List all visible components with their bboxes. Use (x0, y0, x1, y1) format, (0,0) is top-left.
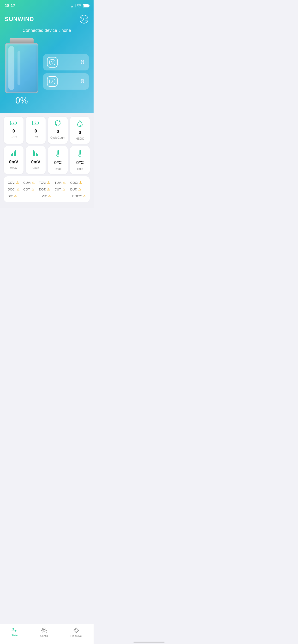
alert-vd: VD: ⚠ (34, 194, 60, 198)
alert-tuv-icon: ⚠ (63, 181, 66, 184)
volt-icon-box: V (47, 57, 58, 68)
vmax-label: Vmax (10, 166, 18, 170)
cyclecount-label: CycleCount (50, 136, 65, 140)
drop-icon (77, 120, 83, 128)
battery-body-3d (5, 43, 38, 93)
refresh-button[interactable] (79, 14, 89, 24)
hero-content: 0% V 0 (0, 38, 94, 106)
alert-cuv-label: CUV: (23, 181, 31, 184)
charging-icon (32, 120, 39, 127)
alert-tov: TOV: ⚠ (39, 181, 54, 184)
hsoc-value: 0 (79, 130, 81, 135)
alert-cov-label: COV: (8, 181, 15, 184)
tmax-value: 0℃ (54, 160, 61, 165)
tmin-icon (77, 150, 83, 158)
fcc-label: FCC (11, 136, 17, 139)
battery-3d-display (5, 38, 38, 93)
alert-sc-icon: ⚠ (14, 194, 17, 198)
svg-rect-18 (34, 152, 35, 156)
svg-text:V: V (51, 61, 54, 64)
alert-vd-label: VD: (42, 194, 47, 198)
tmin-value: 0℃ (76, 160, 83, 165)
alert-doc-label: DOC: (8, 188, 16, 191)
svg-text:A: A (51, 80, 54, 84)
wifi-icon (77, 4, 81, 8)
alert-dut: DUT: ⚠ (70, 187, 86, 191)
vmax-icon (10, 150, 17, 158)
tmax-label: Tmax (54, 167, 61, 170)
alert-sc-label: SC: (8, 194, 13, 198)
battery-stats-icon (10, 120, 17, 127)
stats-grid-row1: 0 FCC 0 RC (4, 117, 90, 144)
stat-card-hsoc: 0 HSOC (70, 117, 90, 144)
alert-doc2-label: DOC2: (72, 194, 82, 198)
rc-label: RC (34, 136, 38, 139)
connected-device-text: Connected device：none (0, 26, 94, 38)
rc-value: 0 (35, 129, 37, 134)
alert-sc: SC: ⚠ (8, 194, 34, 198)
svg-rect-11 (38, 122, 39, 124)
vmin-value: 0mV (31, 160, 40, 164)
alert-coc: COC: ⚠ (70, 181, 86, 184)
svg-rect-16 (15, 150, 16, 156)
stats-grid-row2: 0mV Vmax 0mV Vmin (4, 146, 90, 174)
cycle-icon (54, 120, 61, 127)
svg-rect-14 (12, 153, 13, 156)
refresh-icon (80, 15, 88, 24)
alert-tuv: TUV: ⚠ (55, 181, 70, 184)
battery-status-icon (83, 4, 89, 8)
app-title: SUNWIND (5, 16, 34, 22)
alert-dot: DOT: ⚠ (39, 187, 54, 191)
svg-rect-20 (37, 154, 38, 156)
alert-cuv-icon: ⚠ (32, 181, 35, 184)
stat-card-cyclecount: 0 CycleCount (48, 117, 68, 144)
stat-card-vmin: 0mV Vmin (26, 146, 46, 174)
alert-cot-label: COT: (23, 188, 31, 191)
vmin-label: Vmin (32, 166, 39, 170)
alerts-section: COV: ⚠ CUV: ⚠ TOV: ⚠ TUV: ⚠ (4, 176, 90, 202)
vmax-value: 0mV (9, 160, 18, 164)
alert-doc2-icon: ⚠ (83, 194, 86, 198)
alert-doc2: DOC2: ⚠ (59, 194, 86, 198)
svg-rect-17 (33, 150, 34, 156)
alert-cut-label: CUT: (55, 188, 62, 191)
status-bar: 18:17 (0, 0, 94, 10)
battery-percentage: 0% (15, 96, 28, 106)
tmax-icon (55, 150, 60, 158)
svg-rect-15 (14, 152, 15, 156)
alert-cut: CUT: ⚠ (55, 187, 70, 191)
alert-dut-icon: ⚠ (78, 187, 81, 191)
alert-cov: COV: ⚠ (8, 181, 23, 184)
alert-dot-icon: ⚠ (47, 187, 50, 191)
alerts-grid: COV: ⚠ CUV: ⚠ TOV: ⚠ TUV: ⚠ (8, 181, 86, 198)
main-content: SUNWIND Connected device：none (0, 0, 94, 230)
alert-dot-label: DOT: (39, 188, 46, 191)
alert-doc-icon: ⚠ (17, 187, 20, 191)
alert-tov-label: TOV: (39, 181, 46, 184)
battery-visual: 0% (5, 38, 38, 106)
alert-doc: DOC: ⚠ (8, 187, 23, 191)
svg-marker-12 (34, 122, 36, 124)
alert-coc-icon: ⚠ (79, 181, 82, 184)
fcc-value: 0 (13, 129, 15, 134)
stat-card-vmax: 0mV Vmax (4, 146, 24, 174)
alert-cot-icon: ⚠ (32, 187, 35, 191)
stat-card-tmin: 0℃ Tmin (70, 146, 90, 174)
alert-cov-icon: ⚠ (16, 181, 19, 184)
stat-card-rc: 0 RC (26, 117, 46, 144)
vmin-icon (32, 150, 39, 158)
alert-tov-icon: ⚠ (47, 181, 50, 184)
volt-meter-card: V 0 (43, 54, 89, 70)
alert-dut-label: DUT: (70, 188, 77, 191)
cyclecount-value: 0 (57, 129, 59, 134)
alert-cuv: CUV: ⚠ (23, 181, 39, 184)
amp-icon-box: A (47, 76, 58, 87)
signal-icon (71, 4, 76, 8)
stat-card-fcc: 0 FCC (4, 117, 24, 144)
battery-cap (10, 38, 34, 43)
alert-vd-icon: ⚠ (48, 194, 51, 198)
status-time: 18:17 (5, 3, 15, 8)
amp-meter-value: 0 (80, 78, 85, 85)
alert-cot: COT: ⚠ (23, 187, 39, 191)
amp-meter-card: A 0 (43, 73, 89, 90)
